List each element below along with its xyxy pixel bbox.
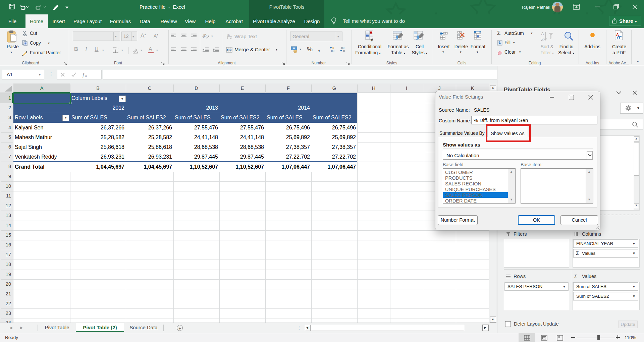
svg-text:f: f [83,72,85,78]
svg-text:.0: .0 [342,49,345,53]
svg-text:c: c [227,36,228,39]
svg-text:A: A [616,33,619,37]
svg-text:.00: .00 [330,49,334,53]
svg-text:x: x [85,73,87,77]
svg-text:Z: Z [541,37,544,42]
svg-text:≠: ≠ [371,37,373,43]
svg-text:A: A [541,31,544,36]
